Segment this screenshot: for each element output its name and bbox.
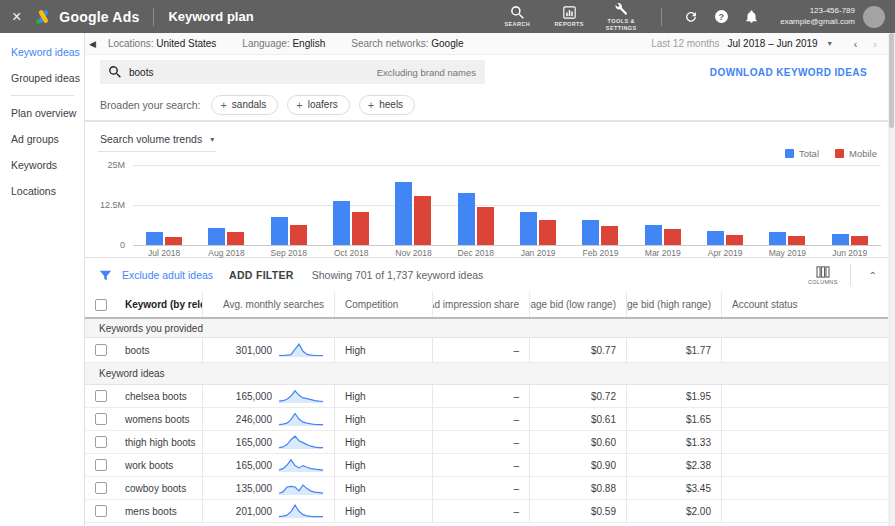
bar-total[interactable] [395, 182, 412, 245]
header-top-of-page-bid-low-range-[interactable]: Top of page bid (low range) [529, 292, 626, 317]
table-row[interactable]: thigh high boots165,000High–$0.60$1.33 [85, 431, 895, 454]
bid-high-cell: $1.33 [626, 431, 721, 453]
topbar-divider [153, 8, 154, 26]
bar-mobile[interactable] [165, 237, 182, 245]
table-row[interactable]: work boots165,000High–$0.90$2.38 [85, 454, 895, 477]
chevron-down-icon[interactable]: ▾ [828, 39, 832, 48]
account-id: 123-456-789 [780, 6, 855, 16]
search-icon [109, 66, 121, 78]
setting-searchnetworks[interactable]: Search networks: Google [351, 38, 463, 49]
bar-mobile[interactable] [539, 220, 556, 245]
row-checkbox[interactable] [95, 390, 107, 402]
sidebar-item-ad-groups[interactable]: Ad groups [0, 126, 84, 152]
table-row[interactable]: mens boots201,000High–$0.59$2.00 [85, 500, 895, 523]
notifications-bell-icon[interactable] [736, 10, 766, 24]
next-period-icon[interactable]: › [873, 38, 877, 50]
keyword-search-input[interactable]: boots Excluding brand names [100, 60, 485, 84]
bar-total[interactable] [146, 232, 163, 245]
bar-mobile[interactable] [788, 236, 805, 245]
bar-mobile[interactable] [851, 236, 868, 245]
table-row[interactable]: cowboy boots135,000High–$0.88$3.45 [85, 477, 895, 500]
header-top-of-page-bid-high-range-[interactable]: Top of page bid (high range) [626, 292, 721, 317]
header-account-status[interactable]: Account status [721, 292, 895, 317]
row-checkbox[interactable] [95, 459, 107, 471]
prev-period-icon[interactable]: ‹ [854, 38, 858, 50]
close-icon[interactable]: × [12, 9, 21, 25]
account-info[interactable]: 123-456-789 example@gmail.com [780, 6, 855, 27]
bid-low-cell: $0.72 [529, 385, 626, 407]
header-competition[interactable]: Competition [334, 292, 432, 317]
ad-impression-share-cell: – [432, 477, 529, 499]
bar-total[interactable] [271, 217, 288, 245]
keyword-plan-app: × Google Ads Keyword plan SEARCHREPORTST… [0, 0, 895, 526]
bar-mobile[interactable] [290, 225, 307, 245]
add-filter-button[interactable]: ADD FILTER [229, 269, 294, 281]
bar-mobile[interactable] [726, 235, 743, 245]
tools-nav-button[interactable]: TOOLS & SETTINGS [595, 2, 647, 31]
keyword-cell: cowboy boots [115, 477, 202, 499]
bar-mobile[interactable] [601, 226, 618, 245]
header-label: Avg. monthly searches [223, 299, 324, 310]
header-avg-monthly-searches[interactable]: Avg. monthly searches [202, 292, 334, 317]
bar-mobile[interactable] [352, 212, 369, 245]
avatar[interactable] [863, 6, 885, 28]
header-keyword-by-relevance-[interactable]: Keyword (by relevance)↓ [115, 292, 202, 317]
header-label: Top of page bid (low range) [529, 299, 616, 310]
search-nav-button[interactable]: SEARCH [491, 2, 543, 31]
trends-metric-dropdown[interactable]: Search volume trends ▾ [98, 131, 216, 152]
setting-language[interactable]: Language: English [242, 38, 325, 49]
scrollbar-thumb[interactable] [889, 33, 894, 128]
reports-nav-button[interactable]: REPORTS [543, 2, 595, 31]
bar-mobile[interactable] [664, 229, 681, 245]
bar-total[interactable] [208, 228, 225, 245]
bid-low-cell: $0.90 [529, 454, 626, 476]
bar-total[interactable] [520, 212, 537, 245]
sidebar-item-grouped-ideas[interactable]: Grouped ideas [0, 65, 84, 91]
bar-mobile[interactable] [414, 196, 431, 245]
broaden-chip-loafers[interactable]: +loafers [287, 95, 349, 115]
setting-locations[interactable]: Locations: United States [108, 38, 216, 49]
help-icon[interactable]: ? [706, 10, 736, 23]
sidebar-item-keywords[interactable]: Keywords [0, 152, 84, 178]
bar-total[interactable] [458, 193, 475, 245]
x-axis-label: Aug 2018 [207, 248, 245, 258]
vertical-scrollbar[interactable] [888, 33, 895, 526]
exclude-adult-ideas-filter[interactable]: Exclude adult ideas [122, 269, 213, 281]
sidebar-item-plan-overview[interactable]: Plan overview [0, 100, 84, 126]
select-all-checkbox[interactable] [95, 299, 107, 311]
bar-group-jan-2019 [519, 212, 557, 245]
table-row[interactable]: womens boots246,000High–$0.61$1.65 [85, 408, 895, 431]
row-checkbox[interactable] [95, 344, 107, 356]
columns-label: COLUMNS [808, 279, 838, 285]
row-checkbox[interactable] [95, 505, 107, 517]
refresh-icon[interactable] [676, 10, 706, 24]
row-checkbox[interactable] [95, 413, 107, 425]
bar-mobile[interactable] [227, 232, 244, 245]
broaden-chip-sandals[interactable]: +sandals [211, 95, 278, 115]
bar-total[interactable] [582, 220, 599, 245]
legend-swatch-icon [785, 149, 794, 158]
sidebar-item-locations[interactable]: Locations [0, 178, 84, 204]
row-checkbox-cell [85, 477, 115, 499]
bar-mobile[interactable] [477, 207, 494, 245]
bar-total[interactable] [707, 231, 724, 245]
row-checkbox[interactable] [95, 436, 107, 448]
bar-total[interactable] [769, 232, 786, 245]
sidebar-item-keyword-ideas[interactable]: Keyword ideas [0, 39, 84, 65]
date-range-value[interactable]: Jul 2018 – Jun 2019 [728, 38, 818, 49]
row-checkbox[interactable] [95, 482, 107, 494]
table-row[interactable]: boots301,000High–$0.77$1.77 [85, 338, 895, 363]
chart-bars-area [133, 165, 881, 245]
chip-label: sandals [232, 99, 266, 110]
collapse-sidebar-icon[interactable]: ◀ [89, 39, 96, 49]
columns-button[interactable]: COLUMNS [808, 266, 838, 285]
bar-total[interactable] [333, 201, 350, 245]
table-row[interactable]: chelsea boots165,000High–$0.72$1.95 [85, 385, 895, 408]
broaden-chip-heels[interactable]: +heels [359, 95, 415, 115]
download-keyword-ideas-button[interactable]: DOWNLOAD KEYWORD IDEAS [710, 67, 867, 78]
header-ad-impression-share[interactable]: Ad impression share [432, 292, 529, 317]
bar-total[interactable] [645, 225, 662, 245]
bar-total[interactable] [832, 234, 849, 245]
collapse-table-icon[interactable]: ⌃ [863, 270, 883, 281]
avg-searches-value: 301,000 [236, 345, 272, 356]
